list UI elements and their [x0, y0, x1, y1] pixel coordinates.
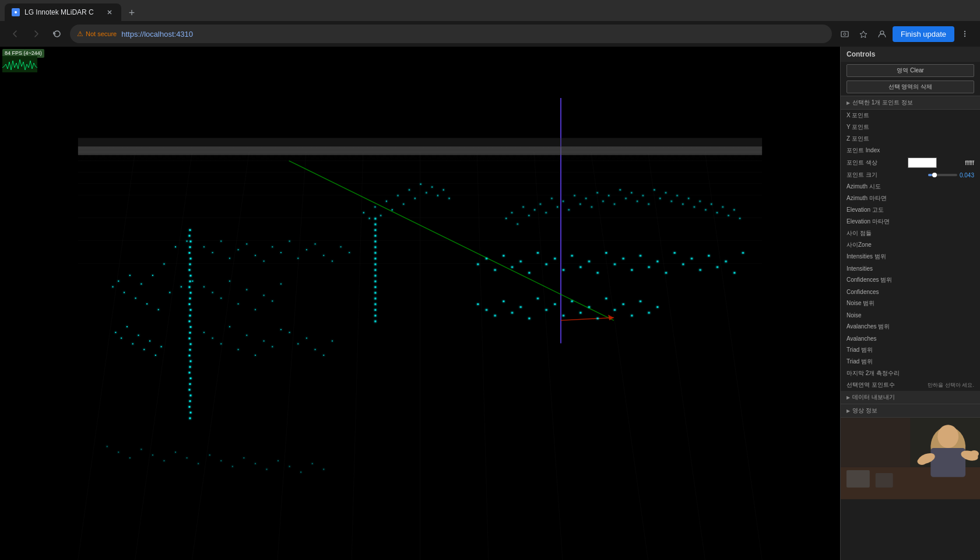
svg-rect-153 [266, 469, 268, 470]
svg-rect-51 [192, 281, 193, 282]
svg-rect-151 [243, 457, 244, 459]
svg-rect-266 [733, 272, 735, 274]
svg-rect-116 [229, 281, 230, 282]
svg-rect-214 [620, 189, 621, 190]
svg-rect-179 [374, 240, 376, 242]
svg-rect-137 [323, 355, 324, 356]
side-zone-row: 사이Zone [841, 239, 980, 251]
svg-point-5 [844, 33, 846, 36]
svg-rect-288 [648, 312, 650, 314]
svg-rect-221 [659, 198, 661, 199]
side-point-label: 사이 점들 [846, 229, 974, 237]
svg-point-10 [964, 36, 965, 37]
profile-button[interactable] [874, 26, 890, 42]
svg-rect-281 [588, 306, 590, 308]
svg-rect-144 [164, 460, 165, 461]
data-nav-section[interactable]: ▶ 데이터 내보내기 [841, 391, 980, 404]
svg-rect-140 [118, 452, 119, 453]
svg-rect-262 [700, 269, 701, 271]
lidar-scene[interactable] [0, 47, 840, 560]
video-svg [841, 418, 980, 499]
svg-rect-102 [264, 261, 265, 262]
svg-point-299 [937, 425, 958, 448]
svg-rect-227 [694, 206, 695, 208]
svg-rect-283 [605, 298, 607, 299]
triad-row: Triad 범위 [841, 356, 980, 368]
video-info-section[interactable]: ▶ 영상 정보 [841, 404, 980, 418]
svg-rect-239 [503, 255, 504, 257]
svg-rect-224 [677, 195, 678, 196]
elevation-start-row: Elevation 고도 [841, 204, 980, 216]
point-color-input[interactable] [908, 158, 937, 168]
svg-rect-285 [623, 303, 624, 305]
svg-rect-256 [648, 266, 650, 268]
svg-point-303 [917, 458, 926, 465]
svg-rect-90 [189, 394, 191, 396]
svg-rect-57 [143, 349, 145, 350]
svg-rect-104 [280, 252, 282, 253]
svg-rect-271 [503, 300, 504, 302]
svg-rect-82 [189, 349, 191, 351]
menu-button[interactable] [957, 26, 973, 42]
svg-rect-192 [374, 315, 376, 317]
svg-rect-241 [520, 261, 522, 262]
svg-rect-199 [534, 209, 535, 211]
svg-rect-213 [614, 204, 615, 205]
triad-value-label: Triad 범위 [846, 358, 974, 366]
svg-rect-143 [152, 454, 153, 456]
finish-update-button[interactable]: Finish update [893, 26, 954, 42]
svg-rect-42 [140, 284, 142, 285]
svg-rect-125 [220, 343, 222, 344]
svg-rect-260 [682, 264, 684, 265]
delete-selection-button[interactable]: 선택 영역의 삭제 [846, 80, 974, 93]
svg-rect-216 [631, 192, 632, 193]
svg-rect-108 [315, 243, 316, 244]
svg-rect-178 [374, 235, 376, 237]
azimuth-start-row: Azimuth 시도 [841, 181, 980, 192]
new-tab-button[interactable]: + [124, 5, 140, 21]
svg-point-9 [964, 33, 965, 34]
address-bar[interactable]: ⚠ Not secure https://localhost:4310 [70, 24, 832, 43]
svg-rect-195 [511, 212, 512, 214]
svg-rect-44 [152, 275, 153, 276]
svg-rect-100 [246, 243, 247, 244]
svg-rect-70 [189, 281, 191, 282]
lidar-viewport[interactable]: 84 FPS (4~244) [0, 47, 840, 560]
point-size-slider[interactable] [928, 174, 957, 176]
browser-frame: LG Innotek MLiDAR C + ⚠ Not secure https… [0, 0, 980, 560]
back-button[interactable] [7, 26, 23, 42]
svg-rect-133 [289, 332, 290, 333]
svg-rect-275 [537, 298, 539, 299]
svg-rect-204 [563, 201, 564, 202]
svg-rect-118 [246, 289, 247, 290]
svg-rect-269 [486, 309, 487, 311]
svg-rect-264 [716, 266, 718, 268]
svg-rect-41 [135, 298, 136, 299]
svg-rect-77 [189, 320, 191, 322]
svg-rect-247 [571, 255, 573, 257]
svg-rect-189 [374, 298, 376, 299]
bookmark-button[interactable] [855, 26, 872, 42]
svg-rect-67 [189, 264, 191, 265]
forward-button[interactable] [28, 26, 44, 42]
avalanches-label: Avalanches 범위 [846, 323, 974, 331]
video-info-arrow: ▶ [846, 408, 850, 414]
tab-close-button[interactable] [105, 8, 114, 17]
svg-rect-165 [397, 195, 398, 196]
svg-rect-173 [443, 189, 444, 190]
reload-button[interactable] [49, 26, 65, 42]
selected-point-section[interactable]: ▶ 선택한 1개 포인트 정보 [841, 96, 980, 110]
svg-rect-97 [220, 240, 222, 242]
svg-rect-135 [306, 338, 307, 339]
svg-rect-110 [332, 261, 333, 262]
svg-rect-253 [623, 258, 624, 260]
last-measurement-label: 마지막 2개 측정수리 [846, 369, 974, 377]
svg-rect-52 [115, 332, 116, 333]
screenshot-button[interactable] [837, 26, 853, 42]
svg-rect-74 [189, 303, 191, 305]
clear-button[interactable]: 영역 Clear [846, 64, 974, 77]
confidences-label: Confidences 범위 [846, 276, 974, 284]
svg-rect-45 [158, 309, 159, 310]
svg-rect-306 [876, 473, 893, 488]
active-tab[interactable]: LG Innotek MLiDAR C [5, 4, 121, 21]
